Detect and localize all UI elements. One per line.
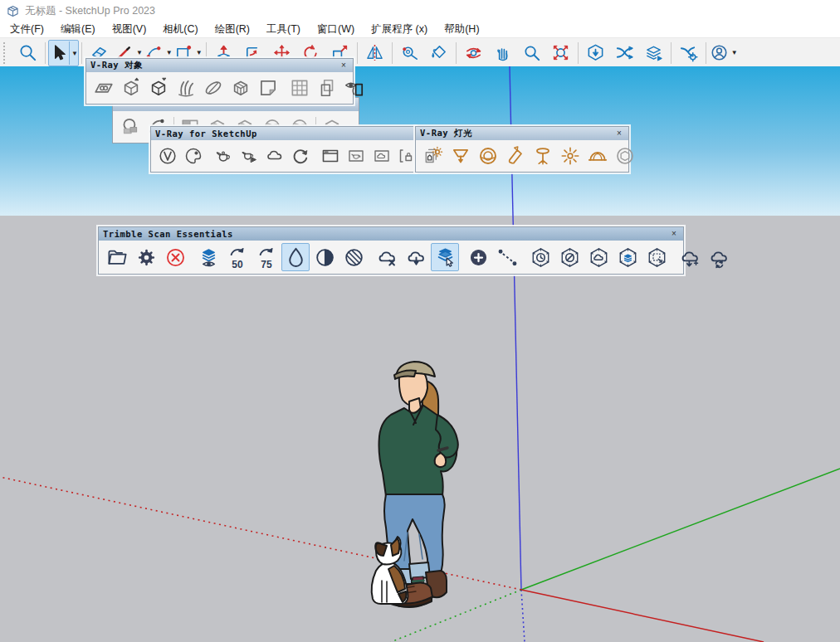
menu-draw[interactable]: 绘图(R) xyxy=(207,22,258,37)
3d-warehouse-button[interactable] xyxy=(581,40,610,66)
vray-export-proxy-button[interactable] xyxy=(118,75,144,101)
menu-tools[interactable]: 工具(T) xyxy=(258,22,309,37)
close-icon[interactable]: × xyxy=(339,60,349,71)
scan-density-50-button[interactable]: 50 xyxy=(223,243,252,271)
toolbar-grip[interactable] xyxy=(3,42,10,64)
scan-region-clear-button[interactable] xyxy=(555,243,584,271)
title-bar: 无标题 - SketchUp Pro 2023 xyxy=(0,0,840,22)
pan-tool-button[interactable] xyxy=(488,40,517,66)
zoom-tool-button[interactable] xyxy=(517,40,546,66)
vray-logo-button-button[interactable] xyxy=(155,143,180,169)
toolbar-trimble-scan-essentials[interactable]: Trimble Scan Essentials × 5075 xyxy=(98,226,684,275)
scan-opacity-button[interactable] xyxy=(281,243,310,271)
vray-import-proxy-button[interactable] xyxy=(145,75,172,101)
menu-view[interactable]: 视图(V) xyxy=(104,22,155,37)
vray-grid-button[interactable] xyxy=(286,75,313,101)
select-tool-button[interactable]: ▼ xyxy=(48,40,79,66)
vray-displacement-button[interactable] xyxy=(227,75,254,101)
toolbar-titlebar[interactable]: V-Ray 灯光 × xyxy=(416,127,628,140)
vray-batch-render-button[interactable] xyxy=(344,143,369,169)
vray-render-cloud-button[interactable] xyxy=(262,143,287,169)
vray-light-gen-button[interactable] xyxy=(420,143,447,169)
scan-open-button[interactable] xyxy=(103,243,131,271)
toolbar-separator xyxy=(392,42,393,64)
vray-sphere-light-button[interactable] xyxy=(475,143,501,169)
tape-measure-tool-button[interactable] xyxy=(395,40,424,66)
menu-edit[interactable]: 编辑(E) xyxy=(52,22,104,37)
paint-bucket-tool-button[interactable] xyxy=(424,40,453,66)
scan-region-layers-button[interactable] xyxy=(613,243,642,271)
vo-export-icon xyxy=(120,77,142,99)
vray-omni-light-button[interactable] xyxy=(557,143,584,169)
scan-cloud-sync-button[interactable] xyxy=(705,243,733,271)
scan-region-select-button[interactable] xyxy=(642,243,671,271)
vray-cloud-batch-button[interactable] xyxy=(369,143,394,169)
vray-ies-light-button[interactable] xyxy=(530,143,556,169)
extension-manager-button[interactable] xyxy=(674,40,703,66)
vray-frame-buffer-button[interactable] xyxy=(318,143,343,169)
ext-gear-icon xyxy=(679,43,698,62)
scan-close-button[interactable] xyxy=(161,243,189,271)
menu-help[interactable]: 帮助(H) xyxy=(436,22,487,37)
person-figure[interactable] xyxy=(361,357,473,610)
vray-clipper-button[interactable] xyxy=(200,75,227,101)
toolbar-vray-for-sketchup[interactable]: V-Ray for SketchUp xyxy=(150,126,416,173)
scan-pick-points-button[interactable] xyxy=(431,243,459,271)
vs-palette-icon xyxy=(183,146,203,166)
search-icon xyxy=(18,43,37,62)
scan-measure-line-button[interactable] xyxy=(493,243,521,271)
search-tool-button[interactable] xyxy=(13,40,42,66)
toolbar-body xyxy=(151,140,415,172)
scan-settings-button[interactable] xyxy=(132,243,160,271)
vray-spot-light-button[interactable] xyxy=(502,143,529,169)
scan-cloud-import-button[interactable] xyxy=(402,243,430,271)
scan-add-point-button[interactable] xyxy=(464,243,492,271)
menu-file[interactable]: 文件(F) xyxy=(2,22,52,37)
menu-window[interactable]: 窗口(W) xyxy=(309,22,363,37)
dropdown-caret-icon[interactable]: ▼ xyxy=(730,41,738,66)
scan-region-history-button[interactable] xyxy=(526,243,554,271)
close-icon[interactable]: × xyxy=(669,228,679,240)
vray-mesh-light-button[interactable] xyxy=(612,143,638,169)
toolbar-titlebar[interactable]: Trimble Scan Essentials × xyxy=(99,227,683,241)
vray-dome-light-button[interactable] xyxy=(584,143,611,169)
toolbar-title: V-Ray for SketchUp xyxy=(155,129,257,139)
scan-visibility-button[interactable] xyxy=(194,243,222,271)
close-icon[interactable]: × xyxy=(614,128,624,139)
vray-fur-button[interactable] xyxy=(173,75,199,101)
scan-contrast-button[interactable] xyxy=(310,243,339,271)
vray-asset-editor-button[interactable] xyxy=(181,143,206,169)
vray-clip-plane-button[interactable] xyxy=(255,75,281,101)
flip-tool-button[interactable] xyxy=(360,40,389,66)
scan-hatch-style-button[interactable] xyxy=(339,243,368,271)
dropdown-caret-icon[interactable]: ▼ xyxy=(69,41,78,65)
toolbar-vray-objects[interactable]: V-Ray 对象 × xyxy=(85,58,354,105)
vray-render-button[interactable] xyxy=(211,143,236,169)
account-button[interactable]: ▼ xyxy=(709,40,739,66)
vl-rect-icon xyxy=(450,145,471,167)
scan-density-75-button[interactable]: 75 xyxy=(252,243,281,271)
extension-warehouse-button[interactable] xyxy=(610,40,639,66)
scan-cloud-download-button[interactable] xyxy=(676,243,704,271)
menu-camera[interactable]: 相机(C) xyxy=(154,22,206,37)
toolbar-titlebar[interactable]: V-Ray for SketchUp xyxy=(151,127,415,140)
vray-frames-button[interactable] xyxy=(314,75,340,101)
menu-extensions[interactable]: 扩展程序 (x) xyxy=(363,22,436,37)
zoom-extents-tool-button[interactable] xyxy=(546,40,575,66)
orbit-tool-button[interactable] xyxy=(459,40,488,66)
hidden-sphere-tool-button[interactable] xyxy=(117,114,144,140)
vray-rectangle-light-button[interactable] xyxy=(447,143,474,169)
scan-region-cloud-button[interactable] xyxy=(584,243,613,271)
vray-visibility-button[interactable] xyxy=(341,75,368,101)
vl-gen-icon xyxy=(422,145,444,167)
scan-cloud-remove-button[interactable] xyxy=(373,243,401,271)
vray-render-last-button[interactable] xyxy=(237,143,261,169)
vray-infinite-plane-button[interactable] xyxy=(90,75,117,101)
tr-gear-icon xyxy=(135,246,158,269)
send-to-layout-button[interactable] xyxy=(639,40,668,66)
paint-icon xyxy=(429,43,448,62)
toolbar-vray-lights[interactable]: V-Ray 灯光 × xyxy=(415,126,629,173)
tr-cloud-down-icon xyxy=(405,246,427,269)
toolbar-titlebar[interactable]: V-Ray 对象 × xyxy=(86,59,353,72)
vray-interactive-render-button[interactable] xyxy=(288,143,313,169)
